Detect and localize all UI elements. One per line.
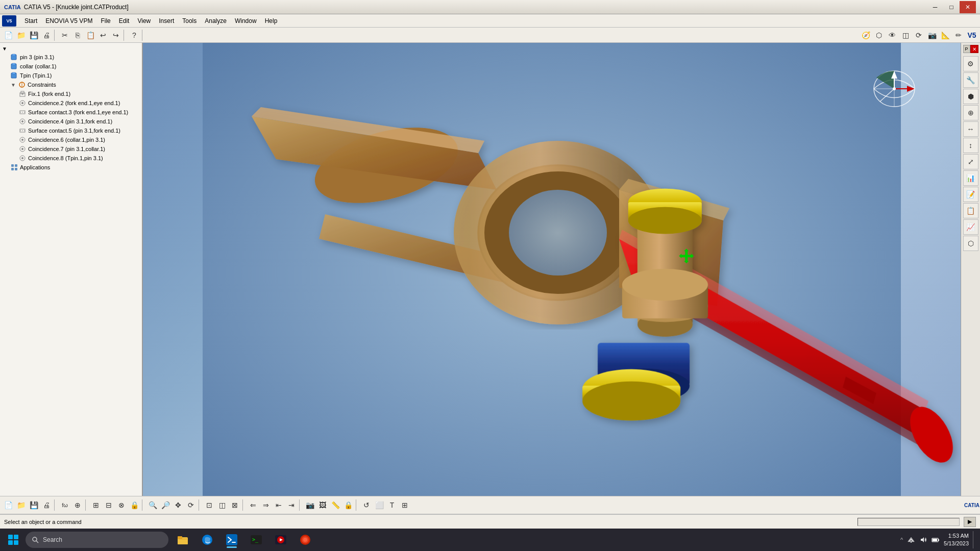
print-button[interactable]: 🖨 xyxy=(40,29,53,41)
bt-lock2[interactable]: 🔒 xyxy=(342,499,354,511)
tree-item-coincidence7[interactable]: Coincidence.7 (pin 3.1,collar.1) xyxy=(0,144,142,154)
view-button[interactable]: 👁 xyxy=(886,29,898,41)
taskbar-vscode[interactable] xyxy=(220,531,243,549)
menu-help[interactable]: Help xyxy=(261,16,282,26)
bt-render[interactable]: 🖼 xyxy=(316,499,329,511)
bt-last[interactable]: ⇥ xyxy=(285,499,298,511)
bt-zoom-in[interactable]: 🔎 xyxy=(159,499,172,511)
right-btn-2[interactable]: 🔧 xyxy=(963,72,978,88)
bt-snap[interactable]: ⊟ xyxy=(103,499,115,511)
menu-analyze[interactable]: Analyze xyxy=(201,16,231,26)
bt-4[interactable]: 🖨 xyxy=(40,499,53,511)
new-button[interactable]: 📄 xyxy=(2,29,14,41)
right-btn-6[interactable]: ↕ xyxy=(963,138,978,153)
menu-start[interactable]: Start xyxy=(20,16,41,26)
tree-item-tpin[interactable]: Tpin (Tpin.1) xyxy=(0,71,142,80)
cut-button[interactable]: ✂ xyxy=(59,29,71,41)
tree-collapse-btn[interactable]: ▼ xyxy=(0,45,142,53)
tree-item-applications[interactable]: Applications xyxy=(0,163,142,172)
right-btn-7[interactable]: ⤢ xyxy=(963,154,978,169)
taskbar-search[interactable]: Search xyxy=(26,532,168,548)
menu-view[interactable]: View xyxy=(133,16,155,26)
tree-item-collar[interactable]: collar (collar.1) xyxy=(0,62,142,71)
status-btn-1[interactable]: ▶ xyxy=(964,517,976,527)
tree-item-constraints[interactable]: ▼ Constraints xyxy=(0,80,142,89)
bt-formula[interactable]: fω xyxy=(59,499,71,511)
bt-layer[interactable]: ◫ xyxy=(216,499,228,511)
bt-1[interactable]: 📄 xyxy=(2,499,14,511)
right-btn-12[interactable]: ⬡ xyxy=(963,236,978,251)
menu-enovia[interactable]: ENOVIA V5 VPM xyxy=(41,16,96,26)
window-controls[interactable]: ─ □ ✕ xyxy=(927,1,976,13)
save-button[interactable]: 💾 xyxy=(28,29,40,41)
right-btn-10[interactable]: 📋 xyxy=(963,203,978,218)
bt-table[interactable]: ⊞ xyxy=(399,499,411,511)
status-input[interactable] xyxy=(857,518,960,526)
viewport-3d[interactable] xyxy=(143,43,961,496)
panel-label[interactable]: P xyxy=(963,45,970,53)
tree-item-surface3[interactable]: Surface contact.3 (fork end.1,eye end.1) xyxy=(0,108,142,117)
bt-prev[interactable]: ⇐ xyxy=(247,499,259,511)
right-btn-8[interactable]: 📊 xyxy=(963,170,978,186)
taskbar-terminal[interactable]: >_ xyxy=(245,531,267,549)
shading-button[interactable]: ◫ xyxy=(899,29,912,41)
system-clock[interactable]: 1:53 AM 5/13/2023 xyxy=(944,532,969,548)
bt-macro[interactable]: ⊕ xyxy=(71,499,84,511)
taskbar-media[interactable] xyxy=(270,531,292,549)
maximize-button[interactable]: □ xyxy=(943,1,960,13)
bt-tile[interactable]: ⊡ xyxy=(203,499,215,511)
bt-pan[interactable]: ✥ xyxy=(172,499,184,511)
bt-camera[interactable]: 📷 xyxy=(304,499,316,511)
undo-button[interactable]: ↩ xyxy=(97,29,109,41)
start-button[interactable] xyxy=(4,531,22,549)
taskbar-browser[interactable] xyxy=(294,531,316,549)
tree-item-coincidence6[interactable]: Coincidence.6 (collar.1,pin 3.1) xyxy=(0,135,142,144)
tree-item-pin3[interactable]: pin 3 (pin 3.1) xyxy=(0,53,142,62)
help-button[interactable]: ? xyxy=(128,29,140,41)
menu-file[interactable]: File xyxy=(96,16,114,26)
bt-zoom-out[interactable]: 🔍 xyxy=(146,499,159,511)
bt-display[interactable]: ⬜ xyxy=(373,499,385,511)
menu-edit[interactable]: Edit xyxy=(115,16,134,26)
tray-expand[interactable]: ^ xyxy=(900,537,903,543)
camera-button[interactable]: 📷 xyxy=(926,29,938,41)
3d-compass-button[interactable]: 🧭 xyxy=(860,29,872,41)
close-button[interactable]: ✕ xyxy=(960,1,976,13)
3d-compass[interactable] xyxy=(869,68,920,109)
tree-item-coincidence2[interactable]: Coincidence.2 (fork end.1,eye end.1) xyxy=(0,98,142,108)
copy-button[interactable]: ⎘ xyxy=(71,29,84,41)
bt-catia-logo[interactable]: CATIA xyxy=(966,499,978,511)
right-btn-5[interactable]: ↔ xyxy=(963,121,978,137)
dimension-button[interactable]: 📐 xyxy=(939,29,951,41)
right-btn-4[interactable]: ⊕ xyxy=(963,105,978,120)
menu-window[interactable]: Window xyxy=(231,16,261,26)
bt-first[interactable]: ⇤ xyxy=(273,499,285,511)
bt-text[interactable]: T xyxy=(386,499,398,511)
bt-3[interactable]: 💾 xyxy=(28,499,40,511)
right-btn-9[interactable]: 📝 xyxy=(963,187,978,202)
rotate-button[interactable]: ⟳ xyxy=(913,29,925,41)
bt-2[interactable]: 📁 xyxy=(15,499,27,511)
right-btn-11[interactable]: 📈 xyxy=(963,219,978,235)
bt-lock[interactable]: 🔒 xyxy=(128,499,140,511)
tree-item-surface5[interactable]: Surface contact.5 (pin 3.1,fork end.1) xyxy=(0,126,142,135)
right-btn-1[interactable]: ⚙ xyxy=(963,56,978,71)
bt-spec[interactable]: ⊠ xyxy=(229,499,241,511)
bt-grid[interactable]: ⊞ xyxy=(90,499,102,511)
taskbar-edge[interactable] xyxy=(196,531,218,549)
bt-next[interactable]: ⇒ xyxy=(260,499,272,511)
minimize-button[interactable]: ─ xyxy=(927,1,943,13)
bt-measure[interactable]: 📏 xyxy=(329,499,341,511)
tree-item-coincidence4[interactable]: Coincidence.4 (pin 3.1,fork end.1) xyxy=(0,117,142,126)
isometric-button[interactable]: ⬡ xyxy=(873,29,885,41)
right-btn-3[interactable]: ⬢ xyxy=(963,89,978,104)
menu-tools[interactable]: Tools xyxy=(178,16,201,26)
tree-item-coincidence8[interactable]: Coincidence.8 (Tpin.1,pin 3.1) xyxy=(0,154,142,163)
show-desktop-button[interactable] xyxy=(973,531,976,548)
annotation-button[interactable]: ✏ xyxy=(952,29,965,41)
panel-close-button[interactable]: ✕ xyxy=(970,45,978,53)
paste-button[interactable]: 📋 xyxy=(84,29,96,41)
bt-refresh[interactable]: ↺ xyxy=(360,499,373,511)
bt-constraint-tool[interactable]: ⊗ xyxy=(115,499,128,511)
open-button[interactable]: 📁 xyxy=(15,29,27,41)
